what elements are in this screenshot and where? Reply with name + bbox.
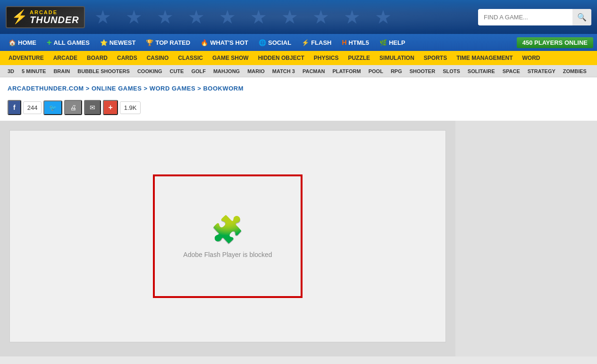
nav-newest[interactable]: ⭐NEWEST — [95, 36, 141, 49]
sub-5minute[interactable]: 5 MINUTE — [18, 65, 50, 77]
star-2: ★ — [126, 6, 143, 28]
share-bar: f 244 🐦 🖨 ✉ + 1.9K — [0, 97, 597, 121]
print-button[interactable]: 🖨 — [64, 100, 82, 115]
site-logo[interactable]: ⚡ ARCADE THUNDER — [6, 6, 85, 28]
nav-allgames[interactable]: +ALL GAMES — [42, 35, 94, 50]
email-icon: ✉ — [90, 104, 95, 111]
cat-gameshow[interactable]: GAME SHOW — [208, 51, 253, 65]
categories-nav: ADVENTURE ARCADE BOARD CARDS CASINO CLAS… — [0, 51, 597, 65]
flash-icon: ⚡ — [302, 39, 309, 46]
toprated-icon: 🏆 — [146, 39, 153, 46]
cat-sports[interactable]: SPORTS — [419, 51, 452, 65]
star-10: ★ — [375, 6, 392, 28]
flash-blocked-panel: 🧩 Adobe Flash Player is blocked — [153, 174, 302, 298]
breadcrumb[interactable]: ARCADETHUNDER.COM > ONLINE GAMES > WORD … — [8, 85, 244, 92]
plugin-missing-icon: 🧩 — [211, 214, 244, 245]
star-9: ★ — [344, 6, 361, 28]
sub-strategy[interactable]: STRATEGY — [524, 65, 559, 77]
twitter-share-button[interactable]: 🐦 — [43, 100, 62, 115]
bolt-icon: ⚡ — [11, 10, 28, 24]
search-box: 🔍 — [478, 9, 591, 25]
help-icon: 🌿 — [379, 39, 387, 46]
nav-social[interactable]: 🌐SOCIAL — [254, 36, 296, 49]
logo-thunder: THUNDER — [30, 15, 79, 25]
sub-platform[interactable]: PLATFORM — [328, 65, 364, 77]
nav-help[interactable]: 🌿HELP — [375, 36, 410, 49]
nav-social-label: SOCIAL — [268, 39, 291, 46]
cat-simulation[interactable]: SIMULATION — [375, 51, 419, 65]
nav-html5-label: HTML5 — [349, 39, 369, 46]
email-share-button[interactable]: ✉ — [84, 100, 101, 115]
breadcrumb-area: ARCADETHUNDER.COM > ONLINE GAMES > WORD … — [0, 77, 597, 97]
logo-text: ARCADE THUNDER — [30, 10, 79, 25]
star-8: ★ — [312, 6, 329, 28]
star-3: ★ — [157, 6, 174, 28]
flash-blocked-text: Adobe Flash Player is blocked — [183, 251, 272, 258]
twitter-icon: 🐦 — [49, 104, 57, 111]
sub-brain[interactable]: BRAIN — [50, 65, 74, 77]
sub-golf[interactable]: GOLF — [187, 65, 210, 77]
main-nav: 🏠HOME +ALL GAMES ⭐NEWEST 🏆TOP RATED 🔥WHA… — [0, 34, 597, 51]
sub-categories-nav: 3D 5 MINUTE BRAIN BUBBLE SHOOTERS COOKIN… — [0, 65, 597, 77]
cat-arcade[interactable]: ARCADE — [49, 51, 82, 65]
nav-flash[interactable]: ⚡FLASH — [297, 36, 336, 49]
sub-shooter[interactable]: SHOOTER — [406, 65, 439, 77]
sub-mahjong[interactable]: MAHJONG — [210, 65, 244, 77]
game-container: 🧩 Adobe Flash Player is blocked — [9, 130, 446, 342]
nav-allgames-label: ALL GAMES — [54, 39, 90, 46]
cat-hiddenobject[interactable]: HIDDEN OBJECT — [253, 51, 309, 65]
cat-adventure[interactable]: ADVENTURE — [4, 51, 49, 65]
search-button[interactable]: 🔍 — [572, 9, 591, 25]
game-wrapper: 🧩 Adobe Flash Player is blocked — [0, 121, 455, 356]
cat-word[interactable]: WORD — [518, 51, 545, 65]
plus-count: 1.9K — [120, 101, 141, 114]
nav-home[interactable]: 🏠HOME — [4, 36, 41, 49]
search-area: 🔍 — [478, 9, 591, 25]
sub-slots[interactable]: SLOTS — [439, 65, 464, 77]
sub-3d[interactable]: 3D — [4, 65, 18, 77]
sub-rpg[interactable]: RPG — [387, 65, 406, 77]
nav-help-label: HELP — [389, 39, 405, 46]
cat-casino[interactable]: CASINO — [142, 51, 174, 65]
facebook-share-button[interactable]: f — [8, 100, 21, 115]
cat-puzzle[interactable]: PUZZLE — [343, 51, 375, 65]
star-4: ★ — [188, 6, 205, 28]
sub-pacman[interactable]: PACMAN — [299, 65, 328, 77]
content-area: 🧩 Adobe Flash Player is blocked — [0, 121, 597, 356]
star-5: ★ — [219, 6, 236, 28]
sub-match3[interactable]: MATCH 3 — [269, 65, 299, 77]
sidebar — [455, 121, 597, 356]
hot-icon: 🔥 — [201, 39, 208, 46]
nav-html5[interactable]: HHTML5 — [337, 36, 373, 49]
social-icon: 🌐 — [259, 39, 266, 46]
sub-bubbleshooters[interactable]: BUBBLE SHOOTERS — [74, 65, 134, 77]
cat-classic[interactable]: CLASSIC — [173, 51, 208, 65]
nav-hot-label: WHAT'S HOT — [210, 39, 248, 46]
site-header: ★ ★ ★ ★ ★ ★ ★ ★ ★ ★ ⚡ ARCADE THUNDER 🔍 — [0, 0, 597, 34]
sub-zombies[interactable]: ZOMBIES — [559, 65, 590, 77]
sub-cooking[interactable]: COOKING — [134, 65, 166, 77]
star-1: ★ — [94, 6, 111, 28]
sub-cute[interactable]: CUTE — [166, 65, 187, 77]
print-icon: 🖨 — [70, 104, 76, 111]
cat-timemanagement[interactable]: TIME MANAGEMENT — [452, 51, 517, 65]
cat-physics[interactable]: PHYSICS — [309, 51, 344, 65]
nav-home-label: HOME — [18, 39, 36, 46]
nav-toprated-label: TOP RATED — [155, 39, 190, 46]
stars-decoration: ★ ★ ★ ★ ★ ★ ★ ★ ★ ★ — [94, 0, 455, 34]
cat-board[interactable]: BOARD — [82, 51, 112, 65]
nav-hot[interactable]: 🔥WHAT'S HOT — [196, 36, 253, 49]
nav-flash-label: FLASH — [311, 39, 331, 46]
logo-area: ⚡ ARCADE THUNDER — [6, 6, 85, 28]
star-6: ★ — [250, 6, 267, 28]
cat-cards[interactable]: CARDS — [112, 51, 142, 65]
sub-pool[interactable]: POOL — [365, 65, 387, 77]
sub-solitaire[interactable]: SOLITAIRE — [464, 65, 499, 77]
sub-space[interactable]: SPACE — [499, 65, 524, 77]
sub-mario[interactable]: MARIO — [244, 65, 269, 77]
googleplus-share-button[interactable]: + — [103, 100, 118, 115]
nav-toprated[interactable]: 🏆TOP RATED — [141, 36, 195, 49]
search-input[interactable] — [478, 10, 572, 25]
html5-icon: H — [342, 39, 346, 46]
plus-icon: + — [108, 103, 112, 111]
